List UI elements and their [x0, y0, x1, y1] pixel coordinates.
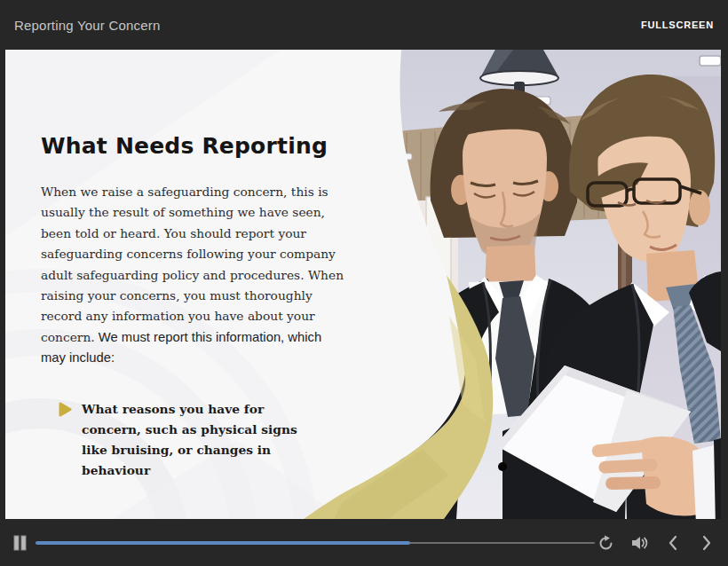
previous-button[interactable] [661, 531, 685, 555]
bullet-text: What reasons you have for concern, such … [82, 399, 320, 481]
seekbar[interactable] [36, 541, 595, 545]
playback-controls [593, 520, 719, 566]
replay-button[interactable] [593, 531, 618, 555]
triangle-bullet-icon [58, 402, 73, 417]
replay-icon [597, 535, 614, 552]
volume-icon [630, 535, 648, 551]
bullet-list: What reasons you have for concern, such … [41, 399, 360, 481]
seekbar-progress-fill [36, 541, 410, 545]
course-title: Reporting Your Concern [14, 18, 161, 33]
pause-icon [12, 532, 28, 554]
list-item: What reasons you have for concern, such … [41, 399, 360, 481]
volume-button[interactable] [627, 531, 652, 555]
slide-text-block: What Needs Reporting When we raise a saf… [41, 50, 360, 481]
pause-button[interactable] [12, 532, 28, 554]
suit-button [498, 462, 507, 471]
slide-canvas: What Needs Reporting When we raise a saf… [5, 50, 721, 519]
course-player: Reporting Your Concern FULLSCREEN [0, 0, 728, 566]
chevron-left-icon [667, 535, 679, 551]
fullscreen-button[interactable]: FULLSCREEN [641, 16, 714, 34]
chevron-right-icon [700, 535, 713, 551]
paragraph-serif-run: When we raise a safeguarding concern, th… [41, 185, 344, 344]
right-man-ear [689, 190, 710, 225]
next-button[interactable] [694, 531, 719, 555]
player-top-bar: Reporting Your Concern FULLSCREEN [0, 0, 728, 50]
slide-paragraph: When we raise a safeguarding concern, th… [41, 182, 350, 369]
slide-title: What Needs Reporting [41, 133, 360, 159]
ceiling-light-icon [700, 56, 721, 66]
player-bottom-bar [0, 520, 728, 566]
